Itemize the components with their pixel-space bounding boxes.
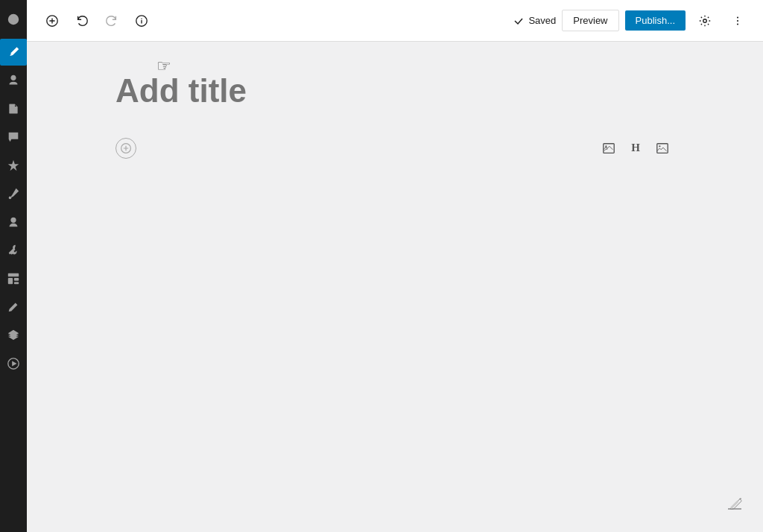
sidebar-item-logo[interactable]: [0, 6, 27, 33]
align-left-button[interactable]: [597, 136, 621, 160]
preview-button[interactable]: Preview: [562, 10, 618, 31]
info-icon: [135, 14, 148, 28]
sidebar: [0, 0, 27, 532]
check-icon: [513, 16, 524, 26]
image-left-icon: [602, 142, 615, 155]
comments-icon: [7, 130, 20, 144]
svg-point-14: [703, 19, 707, 22]
heading-button[interactable]: H: [624, 136, 648, 160]
info-button[interactable]: [128, 7, 155, 34]
more-icon: [731, 14, 744, 28]
settings-button[interactable]: [691, 7, 718, 34]
w-icon: [7, 13, 20, 26]
editor-area[interactable]: ☞ Add title: [27, 42, 763, 532]
svg-rect-6: [8, 278, 13, 284]
svg-marker-10: [12, 361, 16, 366]
svg-point-16: [737, 19, 738, 21]
main-area: Saved Preview Publish...: [27, 0, 763, 532]
add-block-icon: [45, 14, 59, 28]
play-icon: [7, 357, 20, 370]
saved-label: Saved: [528, 15, 556, 26]
sidebar-item-editor[interactable]: [0, 39, 27, 66]
undo-button[interactable]: [69, 7, 95, 34]
svg-point-15: [737, 16, 738, 18]
eraser-icon-svg: [726, 495, 744, 513]
tools-icon: [7, 244, 20, 257]
sidebar-item-layers[interactable]: [0, 322, 27, 349]
block-area: H: [115, 133, 674, 163]
toolbar: Saved Preview Publish...: [27, 0, 763, 42]
publish-label: Publish...: [636, 15, 675, 26]
sidebar-item-appearance[interactable]: [0, 152, 27, 179]
user-icon: [7, 215, 20, 229]
saved-indicator: Saved: [513, 15, 556, 26]
sidebar-item-play[interactable]: [0, 350, 27, 377]
appearance-icon: [7, 159, 20, 172]
sidebar-item-brush[interactable]: [0, 180, 27, 207]
sidebar-item-paint[interactable]: [0, 294, 27, 320]
redo-button[interactable]: [98, 7, 125, 34]
svg-point-17: [737, 23, 738, 25]
image-right-icon: [656, 142, 669, 155]
more-options-button[interactable]: [724, 7, 751, 34]
gear-icon: [698, 14, 712, 28]
svg-rect-7: [14, 278, 19, 281]
redo-icon: [105, 14, 118, 28]
preview-label: Preview: [573, 15, 607, 26]
svg-point-4: [10, 218, 16, 223]
sidebar-item-pages[interactable]: [0, 95, 27, 122]
undo-icon: [75, 14, 89, 28]
layers-icon: [7, 329, 20, 342]
svg-point-22: [659, 145, 660, 147]
svg-rect-0: [10, 108, 17, 109]
heading-label: H: [631, 142, 640, 154]
sidebar-item-tools[interactable]: [0, 237, 27, 264]
svg-rect-8: [14, 282, 19, 285]
paint-icon: [7, 300, 20, 314]
block-toolbar: H: [597, 136, 674, 160]
title-placeholder[interactable]: Add title: [115, 72, 674, 111]
svg-rect-1: [10, 110, 17, 111]
toolbar-left: [39, 7, 507, 34]
toolbar-right: Saved Preview Publish...: [513, 7, 751, 34]
edit-pin-icon: [7, 45, 20, 59]
add-block-button[interactable]: [39, 7, 66, 34]
svg-point-3: [9, 197, 12, 200]
sidebar-item-templates[interactable]: [0, 265, 27, 292]
align-right-button[interactable]: [650, 136, 674, 160]
sidebar-item-comments[interactable]: [0, 124, 27, 151]
sidebar-item-users[interactable]: [0, 67, 27, 94]
brush-icon: [7, 187, 20, 200]
add-block-inline-button[interactable]: [115, 138, 136, 159]
eraser-tool[interactable]: [721, 490, 748, 517]
svg-rect-2: [10, 113, 14, 113]
pages-icon: [7, 102, 20, 115]
sidebar-item-user[interactable]: [0, 209, 27, 235]
svg-rect-5: [8, 273, 19, 277]
add-inline-icon: [120, 142, 132, 154]
templates-icon: [7, 272, 20, 285]
svg-point-13: [141, 18, 142, 19]
editor-content: ☞ Add title: [115, 72, 674, 502]
publish-button[interactable]: Publish...: [625, 10, 686, 31]
title-area[interactable]: ☞ Add title: [115, 72, 674, 111]
users-icon: [7, 74, 20, 87]
